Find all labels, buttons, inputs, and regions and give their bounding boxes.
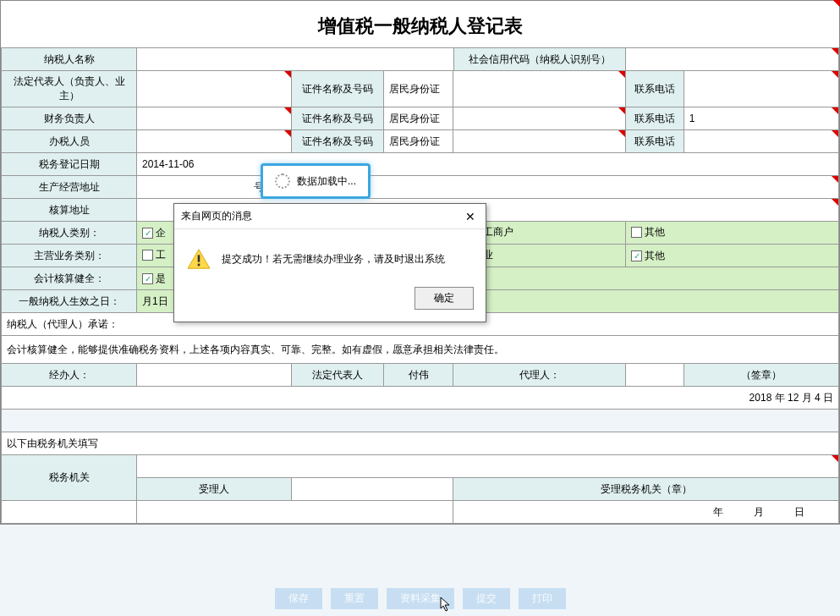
val-legal-name: 付伟 (384, 364, 453, 387)
ok-button[interactable]: 确定 (415, 287, 474, 310)
loading-toast: 数据加载中... (261, 163, 371, 199)
collect-button[interactable]: 资料采集 (387, 588, 454, 609)
label-phone3: 联系电话 (626, 130, 684, 153)
label-finance: 财务负责人 (2, 107, 137, 130)
label-phone1: 联系电话 (626, 71, 684, 107)
label-taxpayer-name: 纳税人名称 (2, 48, 137, 71)
label-cert3: 证件名称及号码 (292, 130, 384, 153)
checkbox-icon[interactable] (631, 227, 642, 238)
save-button[interactable]: 保存 (275, 588, 322, 609)
label-taxpayer-type: 纳税人类别： (2, 222, 137, 245)
below-label: 以下由税务机关填写 (2, 432, 839, 455)
val-cert-type2[interactable]: 居民身份证 (384, 107, 453, 130)
val-taxpayer-name[interactable] (137, 48, 454, 71)
label-credit-code: 社会信用代码（纳税人识别号） (453, 48, 626, 71)
label-phone2: 联系电话 (626, 107, 684, 130)
label-handler: 经办人： (2, 364, 137, 387)
val-phone1[interactable] (684, 71, 838, 107)
page-title: 增值税一般纳税人登记表 (1, 1, 839, 47)
val-cert-type3[interactable]: 居民身份证 (384, 130, 453, 153)
alert-dialog: 来自网页的消息 ✕ 提交成功！若无需继续办理业务，请及时退出系统 确定 (173, 203, 486, 322)
val-legal-rep[interactable] (137, 71, 292, 107)
checkbox-icon[interactable] (631, 250, 642, 261)
cell-type-opt3[interactable]: 其他 (626, 222, 839, 245)
promise-text: 会计核算健全，能够提供准确税务资料，上述各项内容真实、可靠、完整。如有虚假，愿意… (2, 336, 839, 364)
label-tax-staff: 办税人员 (2, 130, 137, 153)
dialog-title: 来自网页的消息 (181, 209, 252, 223)
checkbox-icon[interactable] (142, 250, 153, 261)
svg-rect-0 (198, 255, 200, 261)
label-legal: 法定代表人 (292, 364, 384, 387)
reset-button[interactable]: 重置 (331, 588, 378, 609)
val-cert-no3[interactable] (453, 130, 626, 153)
val-phone3[interactable] (684, 130, 838, 153)
label-acct-addr: 核算地址 (2, 199, 137, 222)
label-seal: （签章） (684, 364, 838, 387)
svg-rect-1 (198, 264, 200, 267)
label-acceptor: 受理人 (137, 478, 292, 501)
label-acct-sound: 会计核算健全： (2, 267, 137, 290)
cell-biz-opt3[interactable]: 其他 (626, 245, 839, 267)
val-phone2[interactable] (684, 107, 838, 130)
val-finance[interactable] (137, 107, 292, 130)
label-tax-org: 税务机关 (2, 455, 137, 501)
footer-toolbar: 保存 重置 资料采集 提交 打印 (275, 588, 566, 609)
print-button[interactable]: 打印 (519, 588, 566, 609)
val-tax-staff[interactable] (137, 130, 292, 153)
val-reg-date[interactable]: 2014-11-06 (137, 153, 839, 176)
checkbox-icon[interactable] (142, 228, 153, 239)
dialog-message: 提交成功！若无需继续办理业务，请及时退出系统 (222, 252, 445, 267)
label-accept-org: 受理税务机关（章） (453, 478, 839, 501)
label-reg-date: 税务登记日期 (2, 153, 137, 176)
submit-button[interactable]: 提交 (463, 588, 510, 609)
label-effective-date: 一般纳税人生效之日： (2, 290, 137, 313)
val-biz-addr[interactable]: 号 (137, 176, 839, 199)
label-cert2: 证件名称及号码 (292, 107, 384, 130)
label-main-biz: 主营业务类别： (2, 245, 137, 267)
close-icon[interactable]: ✕ (462, 210, 479, 223)
label-legal-rep: 法定代表人（负责人、业主） (2, 71, 137, 107)
label-cert1: 证件名称及号码 (292, 71, 384, 107)
val-credit-code[interactable] (626, 48, 839, 71)
checkbox-icon[interactable] (142, 273, 153, 284)
accept-date: 年 月 日 (453, 501, 839, 524)
val-cert-no2[interactable] (453, 107, 626, 130)
label-biz-addr: 生产经营地址 (2, 176, 137, 199)
val-cert-no1[interactable] (453, 71, 626, 107)
date-line: 2018 年 12 月 4 日 (2, 387, 839, 410)
warning-icon (186, 248, 211, 270)
label-agent: 代理人： (453, 364, 626, 387)
val-cert-type1[interactable]: 居民身份证 (384, 71, 453, 107)
spinner-icon (275, 173, 290, 189)
